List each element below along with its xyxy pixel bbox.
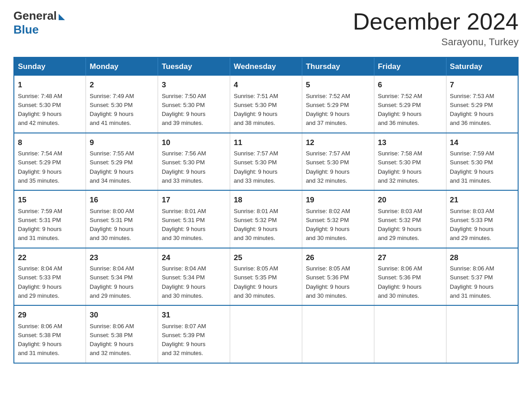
day-info: Sunrise: 7:59 AMSunset: 5:31 PMDaylight:… (18, 208, 62, 242)
calendar-table: Sunday Monday Tuesday Wednesday Thursday… (13, 57, 519, 364)
day-info: Sunrise: 8:01 AMSunset: 5:31 PMDaylight:… (162, 208, 206, 242)
calendar-day-cell: 29 Sunrise: 8:06 AMSunset: 5:38 PMDaylig… (14, 305, 86, 363)
calendar-day-cell: 20 Sunrise: 8:03 AMSunset: 5:32 PMDaylig… (374, 190, 446, 248)
calendar-day-cell: 3 Sunrise: 7:50 AMSunset: 5:30 PMDayligh… (158, 76, 230, 133)
calendar-day-cell: 28 Sunrise: 8:06 AMSunset: 5:37 PMDaylig… (446, 248, 518, 306)
calendar-day-cell: 27 Sunrise: 8:06 AMSunset: 5:36 PMDaylig… (374, 248, 446, 306)
day-number: 11 (234, 137, 298, 149)
header-saturday: Saturday (446, 57, 518, 76)
day-number: 5 (306, 79, 370, 91)
day-info: Sunrise: 8:03 AMSunset: 5:33 PMDaylight:… (450, 208, 494, 242)
calendar-day-cell: 6 Sunrise: 7:52 AMSunset: 5:29 PMDayligh… (374, 76, 446, 133)
calendar-day-cell: 25 Sunrise: 8:05 AMSunset: 5:35 PMDaylig… (230, 248, 302, 306)
day-info: Sunrise: 8:06 AMSunset: 5:37 PMDaylight:… (450, 265, 494, 299)
logo-arrow-icon (59, 14, 65, 20)
day-number: 28 (450, 252, 514, 264)
day-number: 30 (90, 309, 154, 321)
logo: General Blue (13, 9, 65, 37)
day-number: 6 (378, 79, 442, 91)
calendar-day-cell: 23 Sunrise: 8:04 AMSunset: 5:34 PMDaylig… (86, 248, 158, 306)
day-info: Sunrise: 8:04 AMSunset: 5:34 PMDaylight:… (90, 265, 134, 299)
day-number: 16 (90, 194, 154, 206)
day-number: 14 (450, 137, 514, 149)
month-title: December 2024 (353, 9, 519, 34)
calendar-day-cell: 1 Sunrise: 7:48 AMSunset: 5:30 PMDayligh… (14, 76, 86, 133)
day-number: 18 (234, 194, 298, 206)
calendar-day-cell: 15 Sunrise: 7:59 AMSunset: 5:31 PMDaylig… (14, 190, 86, 248)
calendar-day-cell: 17 Sunrise: 8:01 AMSunset: 5:31 PMDaylig… (158, 190, 230, 248)
day-number: 9 (90, 137, 154, 149)
calendar-day-cell: 4 Sunrise: 7:51 AMSunset: 5:30 PMDayligh… (230, 76, 302, 133)
day-info: Sunrise: 7:52 AMSunset: 5:29 PMDaylight:… (306, 93, 350, 127)
day-info: Sunrise: 7:59 AMSunset: 5:30 PMDaylight:… (450, 150, 494, 184)
day-number: 3 (162, 79, 226, 91)
header-tuesday: Tuesday (158, 57, 230, 76)
calendar-day-cell: 22 Sunrise: 8:04 AMSunset: 5:33 PMDaylig… (14, 248, 86, 306)
day-number: 8 (18, 137, 82, 149)
day-info: Sunrise: 8:06 AMSunset: 5:38 PMDaylight:… (90, 323, 134, 357)
day-info: Sunrise: 8:03 AMSunset: 5:32 PMDaylight:… (378, 208, 422, 242)
day-info: Sunrise: 7:57 AMSunset: 5:30 PMDaylight:… (234, 150, 278, 184)
calendar-day-cell: 7 Sunrise: 7:53 AMSunset: 5:29 PMDayligh… (446, 76, 518, 133)
day-number: 25 (234, 252, 298, 264)
day-info: Sunrise: 7:51 AMSunset: 5:30 PMDaylight:… (234, 93, 278, 127)
calendar-week-row: 8 Sunrise: 7:54 AMSunset: 5:29 PMDayligh… (14, 133, 518, 191)
day-number: 23 (90, 252, 154, 264)
calendar-day-cell: 14 Sunrise: 7:59 AMSunset: 5:30 PMDaylig… (446, 133, 518, 191)
calendar-week-row: 15 Sunrise: 7:59 AMSunset: 5:31 PMDaylig… (14, 190, 518, 248)
day-number: 20 (378, 194, 442, 206)
calendar-day-cell: 9 Sunrise: 7:55 AMSunset: 5:29 PMDayligh… (86, 133, 158, 191)
day-number: 31 (162, 309, 226, 321)
calendar-week-row: 29 Sunrise: 8:06 AMSunset: 5:38 PMDaylig… (14, 305, 518, 363)
header-thursday: Thursday (302, 57, 374, 76)
day-info: Sunrise: 7:57 AMSunset: 5:30 PMDaylight:… (306, 150, 350, 184)
logo-blue-text: Blue (13, 23, 39, 37)
calendar-day-cell: 13 Sunrise: 7:58 AMSunset: 5:30 PMDaylig… (374, 133, 446, 191)
logo-general-text: General (13, 9, 57, 23)
calendar-day-cell (230, 305, 302, 363)
calendar-day-cell: 19 Sunrise: 8:02 AMSunset: 5:32 PMDaylig… (302, 190, 374, 248)
calendar-day-cell (374, 305, 446, 363)
calendar-day-cell: 24 Sunrise: 8:04 AMSunset: 5:34 PMDaylig… (158, 248, 230, 306)
day-number: 27 (378, 252, 442, 264)
calendar-day-cell: 5 Sunrise: 7:52 AMSunset: 5:29 PMDayligh… (302, 76, 374, 133)
day-number: 12 (306, 137, 370, 149)
day-number: 2 (90, 79, 154, 91)
calendar-day-cell (302, 305, 374, 363)
day-info: Sunrise: 7:55 AMSunset: 5:29 PMDaylight:… (90, 150, 134, 184)
day-info: Sunrise: 8:05 AMSunset: 5:36 PMDaylight:… (306, 265, 350, 299)
day-info: Sunrise: 8:04 AMSunset: 5:34 PMDaylight:… (162, 265, 206, 299)
day-info: Sunrise: 7:53 AMSunset: 5:29 PMDaylight:… (450, 93, 494, 127)
day-number: 21 (450, 194, 514, 206)
day-number: 17 (162, 194, 226, 206)
day-info: Sunrise: 7:56 AMSunset: 5:30 PMDaylight:… (162, 150, 206, 184)
day-info: Sunrise: 7:49 AMSunset: 5:30 PMDaylight:… (90, 93, 134, 127)
calendar-day-cell (446, 305, 518, 363)
day-number: 10 (162, 137, 226, 149)
calendar-day-cell: 26 Sunrise: 8:05 AMSunset: 5:36 PMDaylig… (302, 248, 374, 306)
day-info: Sunrise: 7:52 AMSunset: 5:29 PMDaylight:… (378, 93, 422, 127)
header-wednesday: Wednesday (230, 57, 302, 76)
calendar-week-row: 22 Sunrise: 8:04 AMSunset: 5:33 PMDaylig… (14, 248, 518, 306)
day-info: Sunrise: 7:48 AMSunset: 5:30 PMDaylight:… (18, 93, 62, 127)
day-info: Sunrise: 8:06 AMSunset: 5:36 PMDaylight:… (378, 265, 422, 299)
day-info: Sunrise: 8:05 AMSunset: 5:35 PMDaylight:… (234, 265, 278, 299)
day-info: Sunrise: 8:07 AMSunset: 5:39 PMDaylight:… (162, 323, 206, 357)
calendar-day-cell: 12 Sunrise: 7:57 AMSunset: 5:30 PMDaylig… (302, 133, 374, 191)
day-info: Sunrise: 8:04 AMSunset: 5:33 PMDaylight:… (18, 265, 62, 299)
calendar-day-cell: 18 Sunrise: 8:01 AMSunset: 5:32 PMDaylig… (230, 190, 302, 248)
day-number: 4 (234, 79, 298, 91)
day-number: 26 (306, 252, 370, 264)
header-sunday: Sunday (14, 57, 86, 76)
day-info: Sunrise: 8:02 AMSunset: 5:32 PMDaylight:… (306, 208, 350, 242)
day-info: Sunrise: 8:01 AMSunset: 5:32 PMDaylight:… (234, 208, 278, 242)
day-info: Sunrise: 7:54 AMSunset: 5:29 PMDaylight:… (18, 150, 62, 184)
day-number: 29 (18, 309, 82, 321)
day-info: Sunrise: 8:00 AMSunset: 5:31 PMDaylight:… (90, 208, 134, 242)
calendar-day-cell: 2 Sunrise: 7:49 AMSunset: 5:30 PMDayligh… (86, 76, 158, 133)
calendar-header-row: Sunday Monday Tuesday Wednesday Thursday… (14, 57, 518, 76)
calendar-day-cell: 30 Sunrise: 8:06 AMSunset: 5:38 PMDaylig… (86, 305, 158, 363)
day-number: 1 (18, 79, 82, 91)
header-monday: Monday (86, 57, 158, 76)
calendar-day-cell: 16 Sunrise: 8:00 AMSunset: 5:31 PMDaylig… (86, 190, 158, 248)
